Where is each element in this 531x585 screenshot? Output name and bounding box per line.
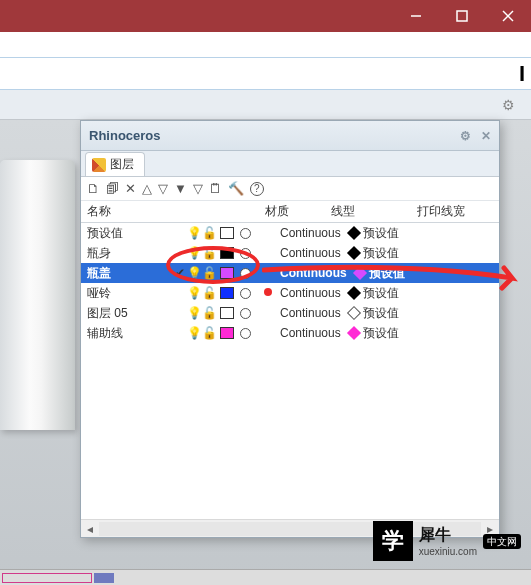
close-button[interactable] <box>485 0 531 32</box>
material-swatch[interactable] <box>240 248 251 259</box>
printcolor-swatch[interactable] <box>347 226 361 240</box>
linetype-value[interactable]: Continuous <box>254 306 341 320</box>
panel-gear-icon[interactable]: ⚙ <box>460 129 471 143</box>
layer-toolbar: 🗋 🗐 ✕ △ ▽ ▼ ▽ 🗒 🔨 ? <box>81 177 499 201</box>
visibility-icon[interactable]: 💡 <box>187 266 201 280</box>
col-material[interactable]: 材质 <box>229 203 325 220</box>
panel-header[interactable]: Rhinoceros ⚙ ✕ <box>81 121 499 151</box>
menubar <box>0 32 531 58</box>
options-bar: ⚙ <box>0 90 531 120</box>
panel-title: Rhinoceros <box>89 128 161 143</box>
layer-rows: 预设值💡🔓Continuous预设值瓶身💡🔓Continuous预设值瓶盖✔💡🔓… <box>81 223 499 485</box>
filter-icon[interactable]: ▼ <box>174 182 187 195</box>
new-layer-icon[interactable]: 🗋 <box>87 182 100 195</box>
layer-row[interactable]: 瓶身💡🔓Continuous预设值 <box>81 243 499 263</box>
viewport[interactable]: Rhinoceros ⚙ ✕ 图层 🗋 🗐 ✕ △ ▽ ▼ ▽ 🗒 🔨 ? 名 <box>0 120 531 585</box>
printcolor-swatch[interactable] <box>353 266 367 280</box>
layer-name: 瓶身 <box>87 245 173 262</box>
printcolor-swatch[interactable] <box>347 246 361 260</box>
command-strip: I <box>0 58 531 90</box>
color-swatch[interactable] <box>220 247 234 259</box>
printwidth-value[interactable]: 预设值 <box>363 245 399 262</box>
tools-icon[interactable]: 🔨 <box>228 182 244 195</box>
lock-icon[interactable]: 🔓 <box>201 326 217 340</box>
layer-name: 图层 05 <box>87 305 173 322</box>
window-titlebar <box>0 0 531 32</box>
delete-layer-icon[interactable]: ✕ <box>125 182 136 195</box>
minimize-button[interactable] <box>393 0 439 32</box>
color-swatch[interactable] <box>220 227 234 239</box>
linetype-value[interactable]: Continuous <box>254 266 347 280</box>
panel-close-icon[interactable]: ✕ <box>481 129 491 143</box>
gear-icon[interactable]: ⚙ <box>502 97 515 113</box>
material-swatch[interactable] <box>240 268 251 279</box>
layer-name: 辅助线 <box>87 325 173 342</box>
printcolor-swatch[interactable] <box>347 326 361 340</box>
visibility-icon[interactable]: 💡 <box>187 226 201 240</box>
material-swatch[interactable] <box>240 228 251 239</box>
layer-row[interactable]: 图层 05💡🔓Continuous预设值 <box>81 303 499 323</box>
watermark-url: xuexiniu.com <box>419 546 477 557</box>
panel-tabbar: 图层 <box>81 151 499 177</box>
visibility-icon[interactable]: 💡 <box>187 286 201 300</box>
material-swatch[interactable] <box>240 328 251 339</box>
col-linetype[interactable]: 线型 <box>325 203 411 220</box>
printwidth-value[interactable]: 预设值 <box>363 305 399 322</box>
material-swatch[interactable] <box>240 308 251 319</box>
printwidth-value[interactable]: 预设值 <box>363 325 399 342</box>
move-up-icon[interactable]: △ <box>142 182 152 195</box>
visibility-icon[interactable]: 💡 <box>187 326 201 340</box>
maximize-button[interactable] <box>439 0 485 32</box>
linetype-value[interactable]: Continuous <box>254 226 341 240</box>
status-seg-1 <box>2 573 92 583</box>
color-swatch[interactable] <box>220 327 234 339</box>
layer-row[interactable]: 瓶盖✔💡🔓Continuous预设值 <box>81 263 499 283</box>
printwidth-value[interactable]: 预设值 <box>363 225 399 242</box>
tab-layers[interactable]: 图层 <box>85 152 145 176</box>
status-strip <box>0 569 531 585</box>
status-seg-2 <box>94 573 114 583</box>
printwidth-value[interactable]: 预设值 <box>363 285 399 302</box>
current-layer-icon[interactable]: ✔ <box>173 266 187 280</box>
props-icon[interactable]: 🗒 <box>209 182 222 195</box>
watermark-badge: 中文网 <box>483 534 521 549</box>
visibility-icon[interactable]: 💡 <box>187 246 201 260</box>
linetype-value[interactable]: Continuous <box>254 326 341 340</box>
lock-icon[interactable]: 🔓 <box>201 286 217 300</box>
linetype-value[interactable]: Continuous <box>254 246 341 260</box>
layer-name: 瓶盖 <box>87 265 173 282</box>
lock-icon[interactable]: 🔓 <box>201 266 217 280</box>
column-headers: 名称 材质 线型 打印线宽 <box>81 201 499 223</box>
funnel-icon[interactable]: ▽ <box>193 182 203 195</box>
copy-layer-icon[interactable]: 🗐 <box>106 182 119 195</box>
layer-row[interactable]: 哑铃💡🔓Continuous预设值 <box>81 283 499 303</box>
lock-icon[interactable]: 🔓 <box>201 226 217 240</box>
printcolor-swatch[interactable] <box>347 286 361 300</box>
watermark-text: 犀牛 <box>419 525 451 546</box>
color-swatch[interactable] <box>220 287 234 299</box>
watermark: 学 犀牛 xuexiniu.com 中文网 <box>373 521 521 561</box>
layers-panel: Rhinoceros ⚙ ✕ 图层 🗋 🗐 ✕ △ ▽ ▼ ▽ 🗒 🔨 ? 名 <box>80 120 500 538</box>
help-icon[interactable]: ? <box>250 182 264 196</box>
linetype-value[interactable]: Continuous <box>254 286 341 300</box>
printwidth-value[interactable]: 预设值 <box>369 265 405 282</box>
layer-row[interactable]: 辅助线💡🔓Continuous预设值 <box>81 323 499 343</box>
layer-name: 预设值 <box>87 225 173 242</box>
lock-icon[interactable]: 🔓 <box>201 306 217 320</box>
printcolor-swatch[interactable] <box>347 306 361 320</box>
scroll-left-icon[interactable]: ◂ <box>81 522 99 536</box>
tab-label: 图层 <box>110 156 134 173</box>
lock-icon[interactable]: 🔓 <box>201 246 217 260</box>
col-printwidth[interactable]: 打印线宽 <box>411 203 499 220</box>
text-cursor: I <box>519 61 525 87</box>
layers-icon <box>92 158 106 172</box>
color-swatch[interactable] <box>220 307 234 319</box>
visibility-icon[interactable]: 💡 <box>187 306 201 320</box>
layer-row[interactable]: 预设值💡🔓Continuous预设值 <box>81 223 499 243</box>
model-cylinder <box>0 160 75 430</box>
svg-rect-1 <box>457 11 467 21</box>
move-down-icon[interactable]: ▽ <box>158 182 168 195</box>
material-swatch[interactable] <box>240 288 251 299</box>
color-swatch[interactable] <box>220 267 234 279</box>
col-name[interactable]: 名称 <box>81 203 229 220</box>
